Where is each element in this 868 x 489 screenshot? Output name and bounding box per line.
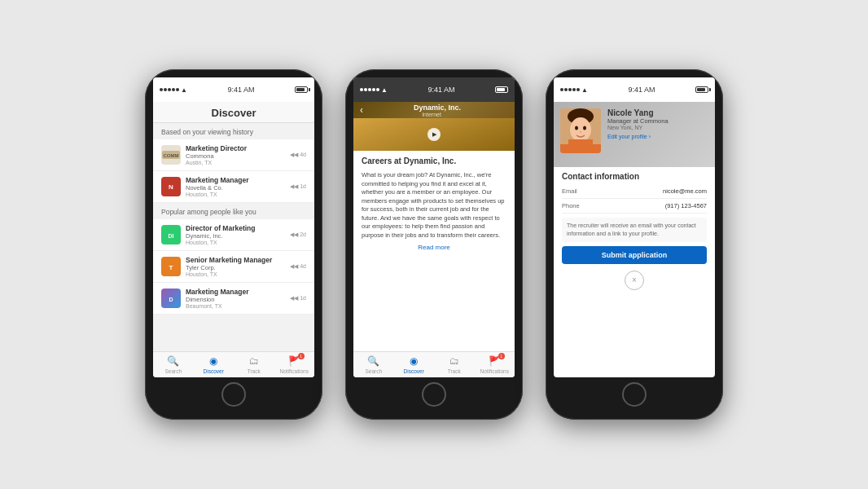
company-video-preview: ▶ [353, 118, 515, 151]
nav-search-label-2: Search [365, 368, 382, 374]
nav-notifications-2[interactable]: 🚩 1 Notifications [475, 352, 515, 377]
status-bar-1: ▲ 9:41 AM [153, 77, 314, 102]
job-logo-commona: COMM [161, 145, 181, 165]
dot2 [164, 88, 167, 91]
d1 [560, 88, 563, 91]
job-title-3: Director of Marketing [186, 224, 285, 232]
track-icon-2: 🗂 [449, 355, 459, 367]
careers-body: What is your dream job? At Dynamic, Inc.… [362, 171, 506, 240]
nav-discover-2[interactable]: ◉ Discover [394, 352, 435, 377]
job-company-3: Dynamic, Inc. [186, 232, 285, 240]
nav-notifications-1[interactable]: 🚩 1 Notifications [274, 352, 315, 377]
track-icon: 🗂 [249, 355, 259, 367]
company-header-nav: ‹ Dynamic, Inc. Internet [353, 102, 515, 118]
job-item-4[interactable]: T Senior Marketing Manager Tyler Corp. H… [153, 251, 314, 283]
job-item-2[interactable]: N Marketing Manager Novella & Co. Housto… [153, 171, 314, 203]
job-time-3: ◀◀ 2d [290, 231, 306, 238]
discover-phone: ▲ 9:41 AM Discover Based on your viewing… [145, 69, 322, 420]
wifi-icon-2: ▲ [381, 86, 388, 94]
edit-profile-link[interactable]: Edit your profile › [607, 134, 708, 139]
close-button[interactable]: × [625, 271, 644, 290]
d2 [564, 88, 568, 91]
email-row: Email nicole@me.com [562, 184, 707, 199]
job-logo-novella: N [161, 177, 181, 196]
nav-track-label-2: Track [448, 368, 461, 374]
company-screen: ▲ 9:41 AM ‹ Dynamic, Inc. Internet [353, 77, 515, 377]
signal-dots-2 [360, 88, 379, 91]
svg-point-10 [570, 117, 591, 142]
battery-fill-2 [497, 88, 505, 91]
job-location-4: Houston, TX [186, 271, 285, 277]
nav-notifications-label: Notifications [280, 368, 309, 374]
status-bar-2: ▲ 9:41 AM [353, 77, 515, 102]
battery-icon [295, 86, 308, 93]
job-time-1: ◀◀ 4d [290, 152, 306, 158]
job-company-5: Dimension [186, 296, 285, 303]
job-location-1: Austin, TX [186, 160, 285, 165]
dot1 [160, 88, 163, 91]
nav-track-1[interactable]: 🗂 Track [234, 352, 274, 377]
job-company-1: Commona [186, 152, 285, 160]
signal-dots [160, 88, 179, 91]
job-logo-dynamic: DI [161, 225, 181, 244]
search-icon: 🔍 [167, 355, 179, 367]
job-logo-tylercorp: T [161, 257, 181, 276]
company-type: Internet [366, 112, 497, 117]
nav-search-1[interactable]: 🔍 Search [153, 352, 194, 377]
read-more-link[interactable]: Read more [362, 243, 506, 252]
status-time-1: 9:41 AM [227, 86, 254, 94]
dot-w2 [364, 88, 367, 91]
svg-text:T: T [169, 264, 173, 271]
job-item-5[interactable]: D Marketing Manager Dimension Beaumont, … [153, 283, 314, 315]
section-header-2: Popular among people like you [153, 203, 314, 219]
signal-dots-3 [560, 88, 580, 91]
svg-rect-16 [568, 139, 593, 146]
job-title-4: Senior Marketing Manager [186, 256, 285, 264]
job-list-1: COMM Marketing Director Commona Austin, … [153, 139, 314, 203]
job-info-4: Senior Marketing Manager Tyler Corp. Hou… [186, 256, 285, 277]
nav-search-2[interactable]: 🔍 Search [353, 352, 394, 377]
submit-application-button[interactable]: Submit application [562, 246, 707, 264]
nav-search-label: Search [164, 368, 182, 374]
dot-w5 [376, 88, 379, 91]
job-item-1[interactable]: COMM Marketing Director Commona Austin, … [153, 139, 314, 171]
nav-track-label: Track [248, 368, 261, 374]
dot-w1 [360, 88, 363, 91]
svg-text:DI: DI [169, 233, 174, 239]
status-left-1: ▲ [160, 86, 187, 94]
notification-badge-wrapper: 🚩 1 [288, 355, 300, 367]
contact-title: Contact information [562, 172, 707, 181]
careers-title: Careers at Dynamic, Inc. [362, 156, 506, 167]
dot5 [176, 88, 179, 91]
job-info-1: Marketing Director Commona Austin, TX [186, 144, 285, 165]
discover-title: Discover [153, 102, 314, 123]
profile-title: Manager at Commona [607, 117, 708, 125]
home-button-2[interactable] [422, 382, 446, 407]
home-button-3[interactable] [622, 382, 647, 407]
battery-fill-3 [697, 88, 705, 91]
dot-w4 [372, 88, 375, 91]
nav-discover-1[interactable]: ◉ Discover [194, 352, 235, 377]
job-logo-dimension: D [161, 289, 181, 308]
play-button[interactable]: ▶ [427, 128, 441, 141]
job-info-5: Marketing Manager Dimension Beaumont, TX [186, 288, 285, 309]
contact-section: Contact information Email nicole@me.com … [554, 167, 715, 377]
status-bar-3: ▲ 9:41 AM [554, 77, 715, 102]
svg-point-13 [580, 131, 582, 133]
home-button-1[interactable] [221, 382, 246, 407]
profile-phone: ▲ 9:41 AM [546, 69, 723, 420]
notification-badge: 1 [298, 353, 305, 359]
job-item-3[interactable]: DI Director of Marketing Dynamic, Inc. H… [153, 219, 314, 251]
nav-notifications-label-2: Notifications [480, 368, 509, 374]
discover-content: Based on your viewing history COMM Marke… [153, 123, 314, 351]
company-header-image: ‹ Dynamic, Inc. Internet ▶ [353, 102, 515, 151]
email-label: Email [562, 187, 577, 195]
phone-row: Phone (917) 123-4567 [562, 199, 707, 214]
company-name: Dynamic, Inc. [366, 104, 508, 112]
battery-icon-2 [495, 86, 508, 93]
nav-track-2[interactable]: 🗂 Track [434, 352, 475, 377]
status-right-1 [295, 86, 308, 93]
back-button[interactable]: ‹ [360, 104, 363, 116]
phone-value: (917) 123-4567 [665, 202, 707, 209]
nav-discover-label: Discover [204, 368, 224, 374]
